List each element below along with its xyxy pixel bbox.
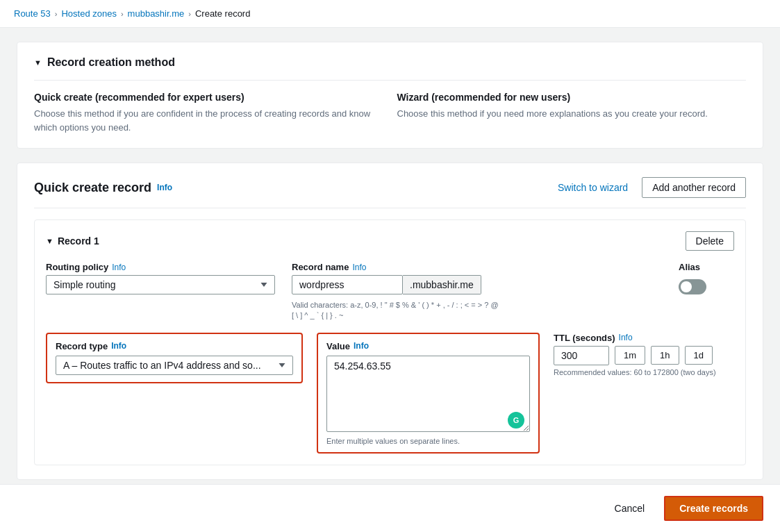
valid-chars-hint: Valid characters: a-z, 0-9, ! " # $ % & … [292, 300, 500, 322]
form-row-1: Routing policy Info Simple routing Recor… [46, 262, 734, 322]
record-name-field: Record name Info .mubbashir.me Valid cha… [292, 262, 662, 322]
record-name-label: Record name Info [292, 262, 662, 272]
record-title: ▼ Record 1 [46, 235, 99, 247]
cancel-button[interactable]: Cancel [606, 497, 654, 519]
record-name-info-link[interactable]: Info [352, 263, 366, 272]
record-title-text: Record 1 [58, 235, 99, 247]
method-grid: Quick create (recommended for expert use… [34, 80, 746, 134]
breadcrumb-hosted-zones[interactable]: Hosted zones [61, 8, 117, 19]
routing-policy-field: Routing policy Info Simple routing [46, 262, 275, 294]
record-type-select[interactable]: A – Routes traffic to an IPv4 address an… [56, 356, 293, 375]
record-section-header: ▼ Record 1 Delete [46, 231, 734, 251]
record-name-row: .mubbashir.me [292, 275, 662, 294]
breadcrumb-sep-1: › [55, 10, 58, 18]
quick-create-title-text: Quick create record [34, 181, 151, 195]
quick-create-card: Quick create record Info Switch to wizar… [17, 163, 763, 480]
ttl-input-row: 1m 1h 1d [554, 346, 734, 365]
ttl-field: TTL (seconds) Info 1m 1h 1d Recommended … [554, 333, 734, 376]
breadcrumb-mubbashir[interactable]: mubbashir.me [128, 8, 185, 19]
section-title: Record creation method [47, 56, 175, 69]
create-records-button[interactable]: Create records [664, 496, 763, 521]
wizard-option: Wizard (recommended for new users) Choos… [397, 92, 747, 134]
toggle-slider [679, 279, 706, 294]
value-hint: Enter multiple values on separate lines. [326, 437, 530, 445]
delete-record-button[interactable]: Delete [686, 231, 734, 251]
breadcrumb-sep-3: › [188, 10, 191, 18]
collapse-arrow-icon: ▼ [34, 58, 42, 67]
ttl-preset-1h[interactable]: 1h [651, 346, 679, 365]
header-actions: Switch to wizard Add another record [552, 177, 746, 198]
quick-create-title: Quick create (recommended for expert use… [34, 92, 383, 103]
page-footer: Cancel Create records [0, 484, 780, 532]
record-type-label: Record type Info [56, 341, 293, 351]
quick-create-info-link[interactable]: Info [157, 183, 172, 192]
value-textarea-wrapper: 54.254.63.55 G [326, 356, 530, 434]
wizard-title: Wizard (recommended for new users) [397, 92, 747, 103]
breadcrumb: Route 53 › Hosted zones › mubbashir.me ›… [0, 0, 780, 28]
record-name-input[interactable] [292, 275, 403, 294]
record-type-info-link[interactable]: Info [111, 341, 126, 351]
add-another-record-button[interactable]: Add another record [642, 177, 746, 198]
ttl-label: TTL (seconds) Info [554, 333, 734, 343]
breadcrumb-sep-2: › [121, 10, 124, 18]
grammarly-icon: G [508, 412, 524, 429]
quick-create-option: Quick create (recommended for expert use… [34, 92, 383, 134]
routing-policy-info-link[interactable]: Info [112, 263, 126, 272]
record-collapse-arrow: ▼ [46, 237, 53, 245]
form-row-2: Record type Info A – Routes traffic to a… [46, 333, 734, 454]
alias-label: Alias [679, 262, 734, 272]
record-name-suffix: .mubbashir.me [403, 275, 481, 294]
quick-create-description: Choose this method if you are confident … [34, 107, 383, 134]
alias-toggle-container [679, 279, 734, 294]
value-info-link[interactable]: Info [354, 341, 369, 351]
routing-policy-select[interactable]: Simple routing [46, 275, 275, 294]
record-type-outlined-wrapper: Record type Info A – Routes traffic to a… [46, 333, 303, 383]
breadcrumb-current: Create record [195, 8, 250, 19]
record-creation-method-card: ▼ Record creation method Quick create (r… [17, 42, 763, 149]
value-outlined-wrapper: Value Info 54.254.63.55 G Enter multiple… [317, 333, 540, 454]
ttl-preset-1d[interactable]: 1d [685, 346, 713, 365]
ttl-input[interactable] [554, 346, 609, 365]
ttl-hint: Recommended values: 60 to 172800 (two da… [554, 368, 734, 376]
switch-to-wizard-button[interactable]: Switch to wizard [552, 179, 633, 196]
section-header: ▼ Record creation method [34, 56, 746, 69]
record-1-section: ▼ Record 1 Delete Routing policy Info Si… [34, 219, 746, 465]
ttl-info-link[interactable]: Info [619, 333, 633, 342]
quick-create-title-group: Quick create record Info [34, 181, 172, 195]
alias-toggle[interactable] [679, 279, 706, 294]
quick-create-header: Quick create record Info Switch to wizar… [34, 177, 746, 208]
alias-field: Alias [679, 262, 734, 294]
value-label: Value Info [326, 341, 530, 351]
page-content: ▼ Record creation method Quick create (r… [0, 28, 780, 532]
ttl-preset-1m[interactable]: 1m [615, 346, 645, 365]
value-textarea[interactable]: 54.254.63.55 [326, 356, 530, 432]
breadcrumb-route53[interactable]: Route 53 [14, 8, 51, 19]
wizard-description: Choose this method if you need more expl… [397, 107, 747, 121]
routing-policy-label: Routing policy Info [46, 262, 275, 272]
